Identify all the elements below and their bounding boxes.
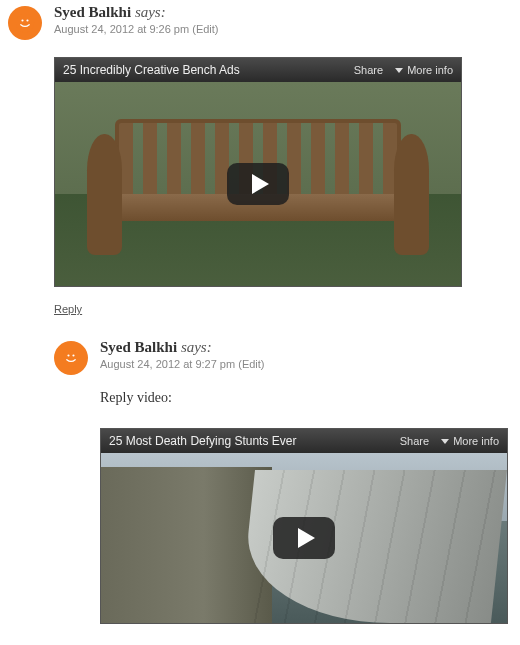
- video-embed: 25 Most Death Defying Stunts Ever Share …: [100, 428, 508, 624]
- video-topbar-right: Share More info: [392, 435, 499, 447]
- comment-body: Syed Balkhi says: August 24, 2012 at 9:2…: [54, 4, 520, 287]
- avatar-face-icon: [61, 348, 81, 368]
- says-label: says:: [135, 4, 166, 20]
- video-topbar: 25 Most Death Defying Stunts Ever Share …: [101, 429, 507, 453]
- more-info-label: More info: [453, 435, 499, 447]
- video-thumbnail[interactable]: [55, 82, 461, 286]
- play-icon: [298, 528, 315, 548]
- play-button[interactable]: [227, 163, 289, 205]
- reply-link[interactable]: Reply: [54, 303, 82, 315]
- comment-date-link[interactable]: August 24, 2012 at 9:26 pm: [54, 23, 189, 35]
- video-topbar: 25 Incredibly Creative Bench Ads Share M…: [55, 58, 461, 82]
- author-name[interactable]: Syed Balkhi: [100, 339, 177, 355]
- avatar: [8, 6, 42, 40]
- svg-point-2: [26, 19, 28, 21]
- play-icon: [252, 174, 269, 194]
- avatar: [54, 341, 88, 375]
- author-name[interactable]: Syed Balkhi: [54, 4, 131, 20]
- comment-date-link[interactable]: August 24, 2012 at 9:27 pm: [100, 358, 235, 370]
- svg-point-1: [21, 19, 23, 21]
- video-title[interactable]: 25 Most Death Defying Stunts Ever: [109, 434, 392, 448]
- author-line: Syed Balkhi says:: [54, 4, 520, 21]
- says-label: says:: [181, 339, 212, 355]
- comment: Syed Balkhi says: August 24, 2012 at 9:2…: [0, 0, 520, 287]
- video-more-info[interactable]: More info: [441, 435, 499, 447]
- chevron-down-icon: [395, 68, 403, 73]
- comment-edit-link[interactable]: (Edit): [192, 23, 218, 35]
- video-title[interactable]: 25 Incredibly Creative Bench Ads: [63, 63, 346, 77]
- comment-body: Syed Balkhi says: August 24, 2012 at 9:2…: [100, 339, 520, 624]
- video-embed: 25 Incredibly Creative Bench Ads Share M…: [54, 57, 462, 287]
- comment-meta: August 24, 2012 at 9:27 pm (Edit): [100, 358, 520, 370]
- svg-point-0: [16, 14, 34, 32]
- comment-text: Reply video:: [100, 390, 520, 406]
- video-share-link[interactable]: Share: [400, 435, 429, 447]
- video-share-link[interactable]: Share: [354, 64, 383, 76]
- svg-point-4: [67, 354, 69, 356]
- avatar-face-icon: [15, 13, 35, 33]
- play-button[interactable]: [273, 517, 335, 559]
- svg-point-3: [62, 349, 80, 367]
- comment-nested: Syed Balkhi says: August 24, 2012 at 9:2…: [46, 335, 520, 624]
- comment-edit-link[interactable]: (Edit): [238, 358, 264, 370]
- svg-point-5: [72, 354, 74, 356]
- author-line: Syed Balkhi says:: [100, 339, 520, 356]
- comment-meta: August 24, 2012 at 9:26 pm (Edit): [54, 23, 520, 35]
- video-thumbnail[interactable]: [101, 453, 507, 623]
- chevron-down-icon: [441, 439, 449, 444]
- more-info-label: More info: [407, 64, 453, 76]
- video-more-info[interactable]: More info: [395, 64, 453, 76]
- video-topbar-right: Share More info: [346, 64, 453, 76]
